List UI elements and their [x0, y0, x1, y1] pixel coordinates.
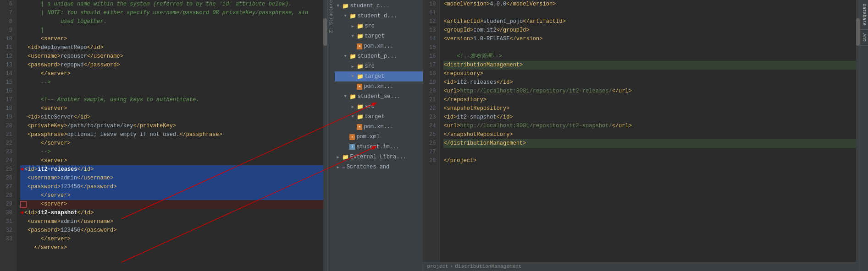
tree-item[interactable]: ▶📁src — [335, 21, 423, 31]
code-line-34: </servers> — [20, 244, 323, 252]
code-line-9: | — [20, 26, 323, 35]
xml-line-20: <url>http://localhost:8081/repository/it… — [443, 87, 856, 96]
tree-item[interactable]: ▼📁student_se... — [335, 92, 423, 102]
code-line-10: <server> — [20, 35, 323, 43]
tree-item[interactable]: ▼📁student_c... — [335, 1, 423, 11]
code-line-7: | NOTE: You should either specify userna… — [20, 9, 323, 17]
tree-item[interactable]: ▶📁src — [335, 102, 423, 112]
right-side-tabs: Database Ant — [860, 0, 868, 271]
left-section: 6789101112131415161718192021222324252627… — [0, 0, 423, 271]
structure-tree[interactable]: ▼📁student_c...▼📁student_d...▶📁src▼📁targe… — [335, 0, 423, 271]
code-line-30: ◄ <id>it2-snapshot</id> — [20, 209, 323, 217]
tree-item[interactable]: ▼📁student_d... — [335, 11, 423, 21]
xml-line-13: <groupId>com.it2</groupId> — [443, 26, 856, 35]
tree-item[interactable]: ▼📁target — [335, 71, 423, 81]
code-line-12: <username>repouser</username> — [20, 52, 323, 61]
code-line-27: <password>123456</password> — [20, 183, 323, 191]
structure-sidebar: Z: Structure — [327, 0, 335, 271]
code-line-23: --> — [20, 148, 323, 157]
tree-item[interactable]: ▶📁External Libra... — [335, 152, 423, 162]
tree-item[interactable]: Mpom.xm... — [335, 41, 423, 51]
left-scrollbar[interactable] — [323, 0, 327, 271]
code-line-6: | a unique name within the system (refer… — [20, 0, 323, 9]
ant-tab[interactable]: Ant — [860, 30, 868, 46]
xml-line-21: </repository> — [443, 96, 856, 104]
right-scroll-thumb[interactable] — [856, 18, 860, 46]
status-project: project — [427, 264, 448, 269]
database-tab[interactable]: Database — [860, 0, 868, 30]
code-line-26: <username>admin</username> — [20, 174, 323, 183]
xml-line-17: <distributionManagement> — [443, 61, 856, 70]
xml-line-12: <artifactId>student_pojo</artifactId> — [443, 17, 856, 26]
tree-item[interactable]: Istudent.im... — [335, 142, 423, 152]
right-scrollbar[interactable] — [856, 0, 860, 271]
status-bar: project › distributionManagement — [423, 262, 860, 271]
code-line-15: --> — [20, 78, 323, 87]
status-distribution: distributionManagement — [455, 264, 521, 269]
code-line-13: <password>repopwd</password> — [20, 61, 323, 70]
xml-line-19: <id>it2-releases</id> — [443, 78, 856, 87]
xml-line-23: <id>it2-snapshot</id> — [443, 113, 856, 122]
xml-area: 10111213141516171819202122232425262728 <… — [423, 0, 860, 271]
status-separator: › — [450, 264, 453, 269]
xml-line-25: </snapshotRepository> — [443, 130, 856, 139]
xml-line-26: </distributionManagement> — [443, 139, 856, 148]
code-line-18: <server> — [20, 104, 323, 113]
tree-item[interactable]: Mpom.xm... — [335, 81, 423, 92]
code-line-29: <server> — [20, 200, 323, 209]
code-line-8: used together. — [20, 17, 323, 26]
code-panel: 6789101112131415161718192021222324252627… — [0, 0, 327, 271]
code-line-24: <server> — [20, 157, 323, 165]
xml-line-10: <modelVersion>4.0.0</modelVersion> — [443, 0, 856, 9]
left-scroll-thumb[interactable] — [323, 18, 327, 46]
tree-item[interactable]: ▼📁target — [335, 31, 423, 41]
structure-label: Z: Structure — [329, 0, 334, 35]
tree-item[interactable]: ▼📁target — [335, 112, 423, 122]
structure-panel: Z: Structure ▼📁student_c...▼📁student_d..… — [327, 0, 423, 271]
code-line-16 — [20, 87, 323, 96]
code-line-33: </server> — [20, 235, 323, 244]
code-line-32: <password>123456</password> — [20, 226, 323, 235]
code-line-22: </server> — [20, 139, 323, 148]
structure-panel-inner: Z: Structure ▼📁student_c...▼📁student_d..… — [327, 0, 423, 271]
code-line-19: <id>siteServer</id> — [20, 113, 323, 122]
code-line-31: <username>admin</username> — [20, 217, 323, 226]
xml-line-22: <snapshotRepository> — [443, 104, 856, 113]
code-line-14: </server> — [20, 70, 323, 78]
xml-line-16: <!--发布管理--> — [443, 52, 856, 61]
tree-item[interactable]: Xpom.xml — [335, 132, 423, 142]
right-section: 10111213141516171819202122232425262728 <… — [423, 0, 868, 271]
tree-item[interactable]: ▼📁student_p... — [335, 51, 423, 61]
xml-panel: 10111213141516171819202122232425262728 <… — [423, 0, 860, 271]
code-line-11: <id>deploymentRepo</id> — [20, 43, 323, 52]
code-line-25: ◄ <id>it2-releases</id> — [20, 165, 323, 174]
xml-line-numbers: 10111213141516171819202122232425262728 — [423, 0, 440, 271]
code-line-28: </server> — [20, 191, 323, 200]
xml-line-27 — [443, 148, 856, 157]
xml-line-15 — [443, 43, 856, 52]
code-line-17: <!-- Another sample, using keys to authe… — [20, 96, 323, 104]
left-line-numbers: 6789101112131415161718192021222324252627… — [0, 0, 17, 271]
tree-item[interactable]: Mpom.xm... — [335, 122, 423, 132]
left-code-content[interactable]: | a unique name within the system (refer… — [17, 0, 323, 271]
tree-item[interactable]: ▶📁src — [335, 61, 423, 71]
xml-line-28: </project> — [443, 157, 856, 165]
code-area: 6789101112131415161718192021222324252627… — [0, 0, 327, 271]
main-container: 6789101112131415161718192021222324252627… — [0, 0, 868, 271]
xml-line-18: <repository> — [443, 70, 856, 78]
code-line-20: <privateKey>/path/to/private/key</privat… — [20, 122, 323, 130]
xml-line-11 — [443, 9, 856, 17]
xml-line-24: <url>http://localhost:8081/repository/it… — [443, 122, 856, 130]
xml-code-content[interactable]: <modelVersion>4.0.0</modelVersion> <arti… — [440, 0, 856, 271]
code-line-21: <passphrase>optional; leave empty if not… — [20, 130, 323, 139]
xml-line-14: <version>1.0-RELEASE</version> — [443, 35, 856, 43]
tree-item[interactable]: ▶✏Scratches and — [335, 162, 423, 172]
